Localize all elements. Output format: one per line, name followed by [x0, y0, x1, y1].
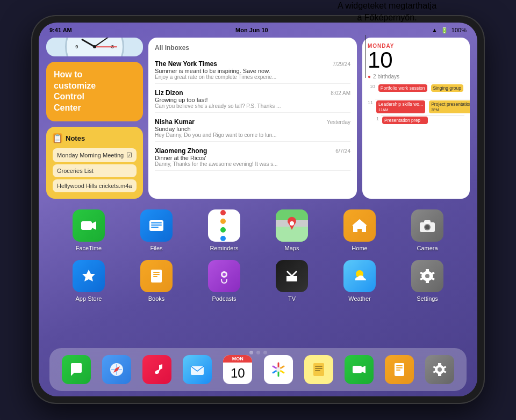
app-appstore[interactable]: App Store [64, 260, 113, 302]
app-camera[interactable]: Camera [403, 209, 452, 251]
svg-rect-15 [153, 272, 160, 273]
svg-rect-29 [353, 366, 362, 373]
files-svg [148, 217, 165, 234]
notes-icon: 📋 [53, 133, 62, 143]
tv-icon [276, 260, 308, 292]
facetime-icon [73, 209, 105, 242]
facetime-label: FaceTime [76, 245, 102, 251]
dock-music-icon [142, 355, 171, 384]
dock-photos[interactable] [264, 355, 293, 384]
cal-event-leadership[interactable]: Leadership skills wo...11AM [376, 100, 425, 113]
svg-marker-1 [92, 221, 96, 230]
clock-center [93, 45, 96, 48]
svg-marker-30 [362, 366, 366, 373]
camera-icon [411, 209, 443, 242]
howto-widget[interactable]: How to customize Control Center [46, 62, 143, 121]
svg-rect-26 [315, 366, 322, 367]
app-settings[interactable]: Settings [403, 260, 452, 302]
dock-mail-icon [183, 355, 212, 384]
svg-rect-28 [315, 370, 320, 371]
app-reminders[interactable]: Reminders [200, 209, 248, 251]
books-svg [148, 267, 165, 285]
app-facetime[interactable]: FaceTime [64, 209, 113, 251]
mail-item-2[interactable]: Liz Dizon 8:02 AM Growing up too fast! C… [155, 86, 350, 113]
calendar-time-grid: 10 Portfolio work session Singing group … [368, 83, 464, 131]
books-label: Books [148, 295, 165, 302]
cal-event-singing[interactable]: Singing group [431, 84, 463, 92]
svg-point-24 [276, 367, 281, 372]
apps-area: FaceTime Files [39, 209, 477, 307]
clock-widget[interactable]: 12 3 6 9 1 11 3 [46, 38, 143, 56]
status-right: ▲ 🔋 100% [432, 27, 467, 34]
maps-label: Maps [285, 245, 299, 251]
notes-header: 📋 Notes [53, 133, 137, 143]
calendar-birthdays: ● 2 birthdays [368, 74, 464, 79]
svg-rect-33 [396, 367, 403, 368]
books-icon [140, 260, 173, 292]
app-books[interactable]: Books [132, 260, 181, 302]
app-podcasts[interactable]: Podcasts [200, 260, 248, 302]
dock-photos-icon [264, 355, 293, 384]
dock-facetime[interactable] [345, 355, 374, 384]
dock-notes-icon [304, 355, 333, 384]
mail-item-3[interactable]: Nisha Kumar Yesterday Sunday lunch Hey D… [155, 115, 350, 142]
dock-safari[interactable] [102, 355, 131, 384]
app-maps[interactable]: Maps [268, 209, 316, 251]
svg-rect-27 [315, 368, 322, 369]
dock-notes[interactable] [304, 355, 333, 384]
notes-item-1[interactable]: Monday Morning Meeting ☑ [53, 148, 137, 162]
dock-messages[interactable] [62, 355, 91, 384]
calendar-widget[interactable]: MONDAY 10 ● 2 birthdays 10 Portfolio wor… [362, 38, 470, 199]
app-weather[interactable]: Weather [335, 260, 384, 302]
mail-item-1[interactable]: The New York Times 7/29/24 Summer is mea… [155, 57, 350, 84]
camera-svg [419, 217, 436, 234]
app-files[interactable]: Files [132, 209, 181, 251]
annotation-text: A widgeteket megtarthatja a Főképernyőn. [258, 0, 516, 24]
mail-widget[interactable]: All Inboxes The New York Times 7/29/24 S… [148, 38, 357, 199]
appstore-icon [73, 260, 105, 292]
tv-label: TV [288, 295, 296, 302]
notes-item-2[interactable]: Groceries List [53, 164, 137, 177]
cal-row-10: 10 Portfolio work session Singing group [368, 83, 464, 99]
dock-ibooks[interactable] [385, 355, 414, 384]
notes-item-3[interactable]: Hellywood Hills crickets.m4a [53, 179, 137, 192]
status-bar: 9:41 AM Mon Jun 10 ▲ 🔋 100% [39, 23, 477, 38]
mail-item-4[interactable]: Xiaomeng Zhong 6/7/24 Dinner at the Rico… [155, 144, 350, 171]
svg-point-12 [425, 225, 429, 229]
dock-music[interactable] [142, 355, 171, 384]
facetime-svg [80, 217, 97, 234]
weather-icon [343, 260, 376, 292]
dock-settings[interactable] [425, 355, 454, 384]
howto-line1: How to [54, 70, 82, 79]
svg-point-21 [425, 274, 429, 278]
svg-rect-32 [396, 365, 403, 366]
note-check-icon: ☑ [126, 151, 132, 159]
svg-rect-17 [153, 276, 157, 277]
app-tv[interactable]: TV [268, 260, 316, 302]
device-frame: 9:41 AM Mon Jun 10 ▲ 🔋 100% 12 3 6 9 [32, 16, 484, 403]
dock-safari-icon [102, 355, 131, 384]
howto-line4: Center [54, 103, 81, 112]
maps-icon [276, 209, 308, 242]
clock-face: 12 3 6 9 1 11 3 [65, 38, 124, 56]
app-home[interactable]: Home [335, 209, 384, 251]
cal-event-presentations[interactable]: Project presentations3PM [429, 100, 470, 113]
svg-rect-25 [313, 363, 324, 376]
files-label: Files [150, 245, 162, 251]
dock-facetime-icon [345, 355, 374, 384]
appstore-svg [80, 267, 97, 285]
widget-col-3: MONDAY 10 ● 2 birthdays 10 Portfolio wor… [362, 38, 470, 199]
widgets-area: 12 3 6 9 1 11 3 How to [46, 38, 470, 199]
app-row-1: FaceTime Files [55, 209, 461, 251]
reminders-label: Reminders [210, 245, 238, 251]
widget-col-2: All Inboxes The New York Times 7/29/24 S… [148, 38, 357, 199]
cal-event-presentation-prep[interactable]: Presentation prep [382, 117, 428, 124]
svg-point-19 [223, 273, 226, 276]
svg-point-9 [290, 221, 294, 226]
dock-messages-icon [62, 355, 91, 384]
dock-mail[interactable] [183, 355, 212, 384]
cal-event-portfolio[interactable]: Portfolio work session [378, 84, 427, 92]
dock-calendar[interactable]: MON 10 [223, 355, 252, 384]
notes-widget[interactable]: 📋 Notes Monday Morning Meeting ☑ Groceri… [46, 127, 143, 199]
dock-calendar-icon: MON 10 [223, 355, 252, 384]
